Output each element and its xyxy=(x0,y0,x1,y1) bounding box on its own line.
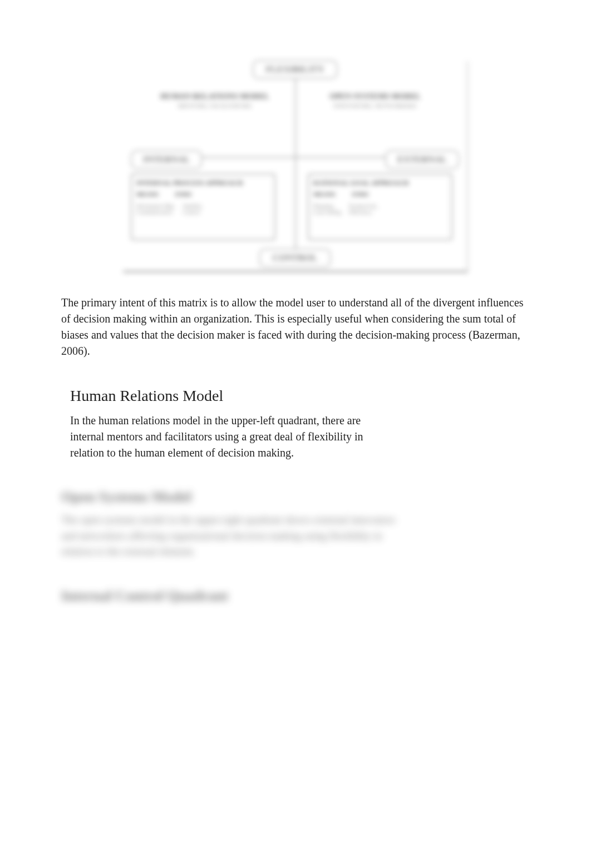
quadrant-title-text: OPEN SYSTEMS MODEL xyxy=(329,92,421,101)
col-label: MEANS xyxy=(313,191,336,197)
quadrant-top-left-title: HUMAN RELATIONS MODEL MENTORS, FACILITAT… xyxy=(151,92,279,109)
section-title-icq: Internal Control Quadrant xyxy=(61,588,530,604)
col-label: ENDS xyxy=(352,191,368,197)
axis-right-label: EXTERNAL xyxy=(385,150,459,169)
quadrant-subtitle-text: MENTORS, FACILITATORS xyxy=(151,102,279,109)
box-cell: Stability, Control xyxy=(183,203,203,215)
blurred-locked-content: Open Systems Model The open systems mode… xyxy=(61,489,530,604)
box-cell: Productivity, Efficiency xyxy=(349,203,377,215)
section-title-osm: Open Systems Model xyxy=(61,489,530,505)
col-label: MEANS xyxy=(136,191,159,197)
quadrant-title-text: HUMAN RELATIONS MODEL xyxy=(160,92,269,101)
quadrant-bottom-left-box: INTERNAL PROCESS APPROACH MEANS ENDS Inf… xyxy=(131,173,275,240)
col-label: ENDS xyxy=(175,191,191,197)
axis-top-label: FLEXIBILITY xyxy=(253,60,338,79)
quadrant-diagram: FLEXIBILITY CONTROL INTERNAL EXTERNAL HU… xyxy=(123,56,468,278)
intro-paragraph: The primary intent of this matrix is to … xyxy=(61,295,530,359)
section-body-osm: The open systems model in the upper-righ… xyxy=(61,512,406,560)
box-cell: Information Mgt, Communication xyxy=(136,203,175,215)
section-body-hrm: In the human relations model in the uppe… xyxy=(70,413,382,461)
section-title-hrm: Human Relations Model xyxy=(70,387,530,405)
vertical-axis-line xyxy=(295,72,296,249)
axis-bottom-label: CONTROL xyxy=(259,249,331,267)
box-title: INTERNAL PROCESS APPROACH xyxy=(136,179,270,187)
box-cell: Planning, Goal Setting xyxy=(313,203,341,215)
quadrant-bottom-right-box: RATIONAL GOAL APPROACH MEANS ENDS Planni… xyxy=(308,173,452,240)
quadrant-top-right-title: OPEN SYSTEMS MODEL INNOVATORS, NETWORKER… xyxy=(311,92,439,109)
box-title: RATIONAL GOAL APPROACH xyxy=(313,179,447,187)
quadrant-subtitle-text: INNOVATORS, NETWORKERS xyxy=(311,102,439,109)
horizontal-axis-line xyxy=(201,157,389,158)
axis-left-label: INTERNAL xyxy=(131,150,202,169)
